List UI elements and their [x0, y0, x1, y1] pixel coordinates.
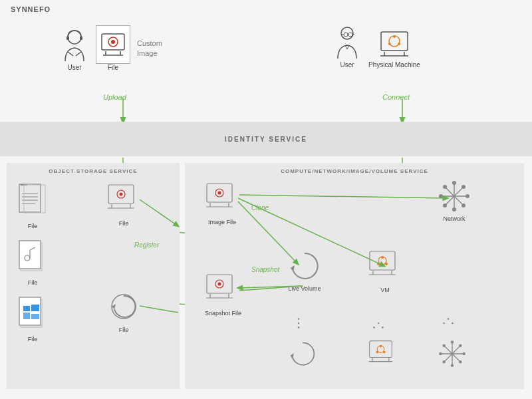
svg-rect-27	[381, 32, 408, 51]
svg-point-109	[383, 351, 386, 354]
svg-point-71	[218, 283, 221, 286]
network-label: Network	[438, 215, 471, 222]
live-volume-bottom-svg	[288, 339, 317, 368]
network-2	[438, 313, 459, 336]
top-section: User File CustomIm	[0, 19, 532, 115]
vm-icon: VM	[368, 249, 402, 293]
vm-bottom	[368, 339, 398, 372]
doc-file-icon-3	[17, 296, 49, 333]
left-file-label: File	[108, 64, 118, 71]
left-user-label: User	[67, 64, 81, 71]
svg-point-103	[443, 323, 445, 325]
left-file-actor: File	[96, 25, 130, 71]
svg-rect-13	[66, 37, 69, 40]
identity-service-label: IDENTITY SERVICE	[225, 136, 307, 143]
svg-point-79	[385, 263, 388, 265]
snapshot-file-icon	[106, 289, 141, 324]
storage-file-reg-1: File	[106, 183, 141, 227]
storage-file-3: File	[17, 296, 49, 342]
svg-point-118	[451, 340, 454, 343]
svg-point-94	[443, 203, 447, 207]
svg-point-55	[120, 193, 123, 196]
svg-point-119	[451, 364, 454, 366]
svg-point-78	[381, 256, 384, 259]
svg-rect-50	[31, 305, 39, 311]
live-volume-svg	[288, 249, 321, 283]
svg-rect-49	[23, 306, 30, 311]
object-storage-label: OBJECT STORAGE SERVICE	[12, 168, 174, 174]
storage-file1-label: File	[17, 223, 49, 229]
svg-point-80	[377, 263, 380, 265]
svg-point-99	[378, 323, 380, 325]
network-2-svg	[438, 313, 459, 334]
laptop-file-icon-1	[106, 183, 141, 217]
register-label: Register	[134, 241, 159, 249]
svg-point-30	[398, 43, 400, 45]
svg-point-90	[439, 194, 443, 198]
storage-file-2: File	[17, 239, 49, 286]
svg-point-96	[298, 323, 300, 325]
live-volume-bottom	[288, 339, 317, 371]
svg-line-61	[140, 200, 178, 226]
network-icon: Network	[438, 180, 471, 222]
svg-point-23	[344, 33, 348, 37]
user-icon-right	[332, 25, 362, 61]
svg-rect-41	[24, 185, 45, 213]
svg-point-24	[348, 33, 352, 37]
svg-point-102	[448, 318, 450, 320]
svg-rect-76	[370, 251, 395, 270]
svg-point-91	[466, 194, 469, 198]
clone-label: Clone	[251, 204, 269, 211]
vm-svg	[368, 249, 402, 284]
snapshot-op-label: Snapshot	[251, 266, 279, 273]
object-storage-service: OBJECT STORAGE SERVICE File	[7, 163, 180, 389]
svg-point-124	[442, 360, 445, 363]
vm-bottom-svg	[368, 339, 398, 370]
svg-rect-35	[19, 184, 41, 212]
storage-file3-label: File	[17, 336, 49, 342]
compute-service: COMPUTE/NETWORK/IMAGE/VOLUME SERVICE Ima…	[185, 163, 524, 389]
svg-rect-52	[31, 314, 39, 319]
snapshot-file-icon: Snapshot File	[205, 273, 241, 317]
storage-file-reg1-label: File	[106, 220, 141, 227]
compute-label: COMPUTE/NETWORK/IMAGE/VOLUME SERVICE	[190, 168, 519, 174]
right-actor-group: User Physical Machine	[332, 25, 420, 68]
svg-point-88	[452, 181, 456, 185]
storage-file-snap-label: File	[106, 327, 141, 333]
left-actor-group: User File CustomIm	[60, 25, 162, 71]
svg-rect-51	[23, 313, 30, 319]
svg-point-122	[442, 344, 445, 346]
physical-machine-icon: Physical Machine	[368, 28, 420, 68]
svg-point-110	[376, 351, 378, 354]
svg-point-104	[452, 323, 454, 325]
vm-2-svg	[368, 313, 389, 334]
doc-file-icon-1	[17, 183, 49, 220]
image-file-icon: Image File	[205, 182, 239, 225]
storage-file2-label: File	[17, 279, 49, 286]
svg-point-97	[298, 318, 300, 320]
image-file-svg	[205, 182, 239, 216]
network-bottom-svg	[438, 339, 467, 368]
image-file-label: Image File	[205, 219, 239, 225]
svg-point-101	[382, 327, 384, 329]
live-volume-icon: Live Volume	[288, 249, 321, 292]
svg-line-62	[140, 306, 178, 313]
physical-machine-svg	[378, 28, 411, 60]
network-bottom	[438, 339, 467, 371]
snapshot-file-svg	[205, 273, 239, 307]
doc-file-icon-2	[17, 239, 49, 277]
storage-file-1: File	[17, 183, 49, 229]
right-user-label: User	[340, 61, 354, 68]
svg-point-100	[373, 327, 375, 329]
live-volume-2-svg	[288, 313, 309, 334]
svg-point-92	[443, 185, 447, 189]
svg-point-65	[218, 192, 221, 195]
network-svg	[438, 180, 471, 213]
connect-label: Connect	[382, 93, 410, 101]
svg-point-121	[462, 352, 465, 355]
file-icon-top	[99, 29, 127, 61]
svg-rect-106	[370, 341, 392, 358]
app-title: SYNNEFO	[0, 0, 532, 19]
svg-rect-14	[80, 37, 82, 40]
svg-point-125	[459, 360, 462, 363]
